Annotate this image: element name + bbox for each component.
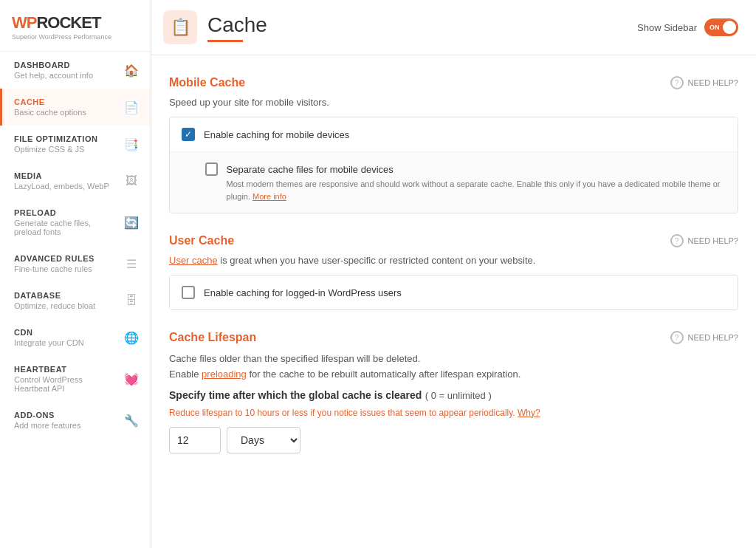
mobile-cache-need-help-label: NEED HELP? <box>688 78 738 87</box>
logo-rocket: ROCKET <box>36 13 100 32</box>
home-icon: 🏠 <box>124 64 139 78</box>
sidebar-item-media[interactable]: MEDIA LazyLoad, embeds, WebP 🖼 <box>0 162 151 199</box>
separate-cache-desc: Most modern themes are responsive and sh… <box>227 178 726 202</box>
enable-logged-in-row: Enable caching for logged-in WordPress u… <box>170 275 738 309</box>
user-cache-options: Enable caching for logged-in WordPress u… <box>169 275 738 310</box>
page-icon: 📋 <box>163 10 197 44</box>
sidebar-item-preload-title: PRELOAD <box>14 208 118 217</box>
cache-lifespan-info: Cache files older than the specified lif… <box>169 352 738 383</box>
toggle-on-label: ON <box>709 24 720 31</box>
sidebar-nav: DASHBOARD Get help, account info 🏠 CACHE… <box>0 52 151 548</box>
enable-mobile-row: ✓ Enable caching for mobile devices <box>170 117 738 151</box>
user-cache-need-help-label: NEED HELP? <box>688 236 738 245</box>
page-header: 📋 Cache Show Sidebar ON <box>151 0 756 55</box>
sidebar-item-cdn[interactable]: CDN Integrate your CDN 🌐 <box>0 319 151 356</box>
sidebar-item-heartbeat-title: HEARTBEAT <box>14 365 118 374</box>
sidebar-item-preload-sub: Generate cache files, preload fonts <box>14 219 118 236</box>
sidebar-item-cache[interactable]: CACHE Basic cache options 📄 <box>0 89 151 126</box>
sidebar-item-media-title: MEDIA <box>14 171 118 180</box>
logo-sub: Superior WordPress Performance <box>12 33 139 41</box>
sidebar-item-file-optimization-title: FILE OPTIMIZATION <box>14 134 118 143</box>
heartbeat-icon: 💓 <box>124 372 139 386</box>
advanced-rules-icon: ☰ <box>124 257 139 271</box>
sidebar-item-advanced-rules[interactable]: ADVANCED RULES Fine-tune cache rules ☰ <box>0 245 151 282</box>
lifespan-specify-label: Specify time after which the global cach… <box>169 389 422 401</box>
separate-cache-label: Separate cache files for mobile devices <box>227 164 394 175</box>
cache-icon: 📄 <box>124 100 139 114</box>
sidebar-item-dashboard-title: DASHBOARD <box>14 61 118 69</box>
content-area: Mobile Cache ? NEED HELP? Speed up your … <box>151 76 756 471</box>
sidebar-item-media-sub: LazyLoad, embeds, WebP <box>14 182 118 191</box>
mobile-cache-title: Mobile Cache <box>169 76 245 89</box>
lifespan-specify-block: Specify time after which the global cach… <box>169 388 738 402</box>
user-cache-title: User Cache <box>169 234 234 247</box>
sidebar: WPROCKET Superior WordPress Performance … <box>0 0 151 548</box>
main-content: 📋 Cache Show Sidebar ON Mobile Cache <box>151 0 756 548</box>
enable-mobile-checkbox[interactable]: ✓ <box>182 128 195 141</box>
sidebar-item-cdn-title: CDN <box>14 328 118 337</box>
sidebar-item-add-ons-sub: Add more features <box>14 421 118 430</box>
sidebar-item-database[interactable]: DATABASE Optimize, reduce bloat 🗄 <box>0 282 151 319</box>
cache-lifespan-need-help-label: NEED HELP? <box>688 333 738 342</box>
cache-lifespan-need-help[interactable]: ? NEED HELP? <box>670 331 738 344</box>
sidebar-item-heartbeat[interactable]: HEARTBEAT Control WordPress Heartbeat AP… <box>0 356 151 402</box>
media-icon: 🖼 <box>124 174 139 188</box>
lifespan-warning: Reduce lifespan to 10 hours or less if y… <box>169 408 738 418</box>
sidebar-item-cache-title: CACHE <box>14 97 118 106</box>
sidebar-item-advanced-rules-sub: Fine-tune cache rules <box>14 264 118 273</box>
separate-cache-row: Separate cache files for mobile devices … <box>170 151 738 213</box>
sidebar-item-cache-sub: Basic cache options <box>14 108 118 117</box>
sidebar-item-heartbeat-sub: Control WordPress Heartbeat API <box>14 375 118 393</box>
user-cache-section: User Cache ? NEED HELP? User cache is gr… <box>169 234 738 310</box>
cache-lifespan-title: Cache Lifespan <box>169 331 256 344</box>
database-icon: 🗄 <box>124 294 139 307</box>
help-icon: ? <box>670 76 684 89</box>
sidebar-item-file-optimization-sub: Optimize CSS & JS <box>14 145 118 154</box>
mobile-cache-section: Mobile Cache ? NEED HELP? Speed up your … <box>169 76 738 213</box>
header-underline <box>207 40 243 42</box>
page-title: Cache <box>207 13 267 37</box>
sidebar-item-database-sub: Optimize, reduce bloat <box>14 301 118 310</box>
lifespan-value-input[interactable] <box>169 427 221 453</box>
lifespan-specify-sub: ( 0 = unlimited ) <box>425 390 492 401</box>
enable-logged-in-label: Enable caching for logged-in WordPress u… <box>204 287 402 298</box>
cache-lifespan-section: Cache Lifespan ? NEED HELP? Cache files … <box>169 331 738 453</box>
lifespan-input-row: Days Hours Minutes <box>169 427 738 453</box>
user-cache-desc: User cache is great when you have user-s… <box>169 255 738 266</box>
sidebar-toggle[interactable]: ON <box>704 18 738 36</box>
sidebar-item-file-optimization[interactable]: FILE OPTIMIZATION Optimize CSS & JS 📑 <box>0 126 151 162</box>
separate-cache-more-info-link[interactable]: More info <box>252 192 286 201</box>
mobile-cache-desc: Speed up your site for mobile visitors. <box>169 97 738 108</box>
sidebar-item-database-title: DATABASE <box>14 291 118 300</box>
sidebar-item-add-ons-title: ADD-ONS <box>14 411 118 419</box>
mobile-cache-need-help[interactable]: ? NEED HELP? <box>670 76 738 89</box>
sidebar-item-add-ons[interactable]: ADD-ONS Add more features 🔧 <box>0 402 151 439</box>
toggle-knob <box>723 21 736 34</box>
preloading-link[interactable]: preloading <box>202 369 247 380</box>
sidebar-item-advanced-rules-title: ADVANCED RULES <box>14 254 118 263</box>
mobile-cache-options: ✓ Enable caching for mobile devices Sepa… <box>169 117 738 213</box>
cdn-icon: 🌐 <box>124 331 139 345</box>
enable-mobile-label: Enable caching for mobile devices <box>204 129 349 140</box>
lifespan-why-link[interactable]: Why? <box>518 408 540 418</box>
user-cache-link[interactable]: User cache <box>169 255 218 266</box>
enable-logged-in-checkbox[interactable] <box>182 286 195 299</box>
logo-wp: WP <box>12 13 36 32</box>
lifespan-unit-select[interactable]: Days Hours Minutes <box>227 427 300 453</box>
help-icon-lifespan: ? <box>670 331 684 344</box>
sidebar-item-preload[interactable]: PRELOAD Generate cache files, preload fo… <box>0 199 151 245</box>
user-cache-need-help[interactable]: ? NEED HELP? <box>670 234 738 247</box>
sidebar-item-cdn-sub: Integrate your CDN <box>14 338 118 347</box>
sidebar-item-dashboard[interactable]: DASHBOARD Get help, account info 🏠 <box>0 52 151 89</box>
separate-cache-checkbox[interactable] <box>205 162 218 176</box>
sidebar-item-dashboard-sub: Get help, account info <box>14 71 118 80</box>
show-sidebar-label: Show Sidebar <box>637 22 697 33</box>
add-ons-icon: 🔧 <box>124 414 139 428</box>
file-optimization-icon: 📑 <box>124 137 139 151</box>
help-icon-user: ? <box>670 234 684 247</box>
logo: WPROCKET Superior WordPress Performance <box>0 0 151 52</box>
preload-icon: 🔄 <box>124 216 139 230</box>
